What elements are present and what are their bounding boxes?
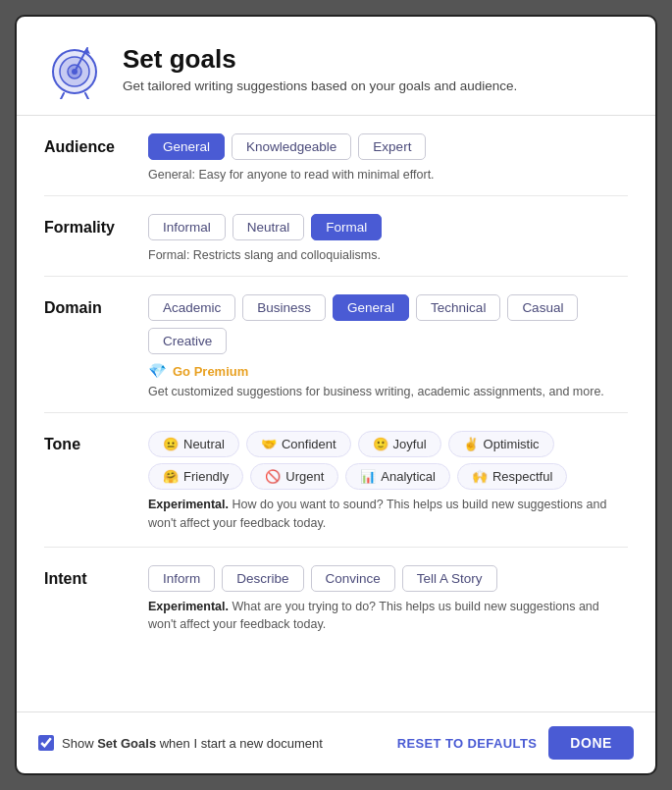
tone-btn-joyful[interactable]: 🙂 Joyful (358, 431, 441, 457)
intent-section: Intent Inform Describe Convince Tell A S… (44, 548, 628, 649)
premium-row: 💎 Go Premium (148, 362, 628, 380)
audience-description: General: Easy for anyone to read with mi… (148, 168, 628, 182)
modal-footer: Show Set Goals when I start a new docume… (17, 711, 655, 773)
friendly-emoji: 🤗 (163, 469, 179, 484)
audience-btn-general[interactable]: General (148, 133, 225, 160)
tone-experimental-text: Experimental. How do you want to sound? … (148, 496, 628, 533)
page-title: Set goals (123, 44, 517, 75)
formality-btn-formal[interactable]: Formal (311, 214, 382, 240)
formality-btn-neutral[interactable]: Neutral (233, 214, 305, 240)
tone-btn-respectful[interactable]: 🙌 Respectful (457, 463, 567, 490)
formality-btn-group: Informal Neutral Formal (148, 214, 628, 240)
formality-btn-informal[interactable]: Informal (148, 214, 226, 240)
neutral-emoji: 😐 (163, 437, 179, 451)
svg-line-10 (85, 93, 88, 99)
domain-btn-general[interactable]: General (333, 294, 409, 321)
tone-btn-analytical[interactable]: 📊 Analytical (345, 463, 450, 490)
urgent-emoji: 🚫 (265, 469, 281, 484)
formality-content: Informal Neutral Formal Formal: Restrict… (148, 214, 628, 262)
footer-right: RESET TO DEFAULTS DONE (397, 726, 634, 760)
tone-btn-friendly[interactable]: 🤗 Friendly (148, 463, 243, 490)
tone-btn-urgent[interactable]: 🚫 Urgent (250, 463, 338, 490)
done-button[interactable]: DONE (548, 726, 634, 760)
domain-btn-technical[interactable]: Technical (416, 294, 500, 321)
domain-section: Domain Academic Business General Technic… (44, 277, 628, 413)
tone-btn-neutral[interactable]: 😐 Neutral (148, 431, 239, 457)
formality-label: Formality (44, 214, 132, 237)
gem-icon: 💎 (148, 362, 167, 380)
audience-section: Audience General Knowledgeable Expert Ge… (44, 116, 628, 196)
tone-content: 😐 Neutral 🤝 Confident 🙂 Joyful ✌️ Optimi… (148, 431, 628, 533)
header-text: Set goals Get tailored writing suggestio… (123, 44, 517, 93)
intent-btn-describe[interactable]: Describe (222, 565, 303, 592)
set-goals-modal: Set goals Get tailored writing suggestio… (15, 15, 657, 775)
domain-btn-creative[interactable]: Creative (148, 328, 227, 354)
audience-btn-knowledgeable[interactable]: Knowledgeable (232, 133, 351, 160)
domain-btn-casual[interactable]: Casual (507, 294, 578, 321)
premium-label[interactable]: Go Premium (173, 364, 248, 379)
optimistic-emoji: ✌️ (463, 437, 479, 451)
tone-label: Tone (44, 431, 132, 453)
domain-btn-business[interactable]: Business (242, 294, 326, 321)
footer-left: Show Set Goals when I start a new docume… (38, 735, 323, 751)
show-set-goals-checkbox[interactable] (38, 735, 54, 751)
respectful-emoji: 🙌 (472, 469, 488, 484)
domain-premium-desc: Get customized suggestions for business … (148, 385, 628, 398)
formality-description: Formal: Restricts slang and colloquialis… (148, 248, 628, 262)
tone-btn-group-row1: 😐 Neutral 🤝 Confident 🙂 Joyful ✌️ Optimi… (148, 431, 628, 457)
intent-content: Inform Describe Convince Tell A Story Ex… (148, 565, 628, 635)
goals-icon (44, 38, 105, 99)
intent-btn-inform[interactable]: Inform (148, 565, 215, 592)
analytical-emoji: 📊 (360, 469, 376, 484)
formality-section: Formality Informal Neutral Formal Formal… (44, 196, 628, 277)
intent-experimental-text: Experimental. What are you trying to do?… (148, 598, 628, 635)
tone-btn-confident[interactable]: 🤝 Confident (246, 431, 351, 457)
audience-content: General Knowledgeable Expert General: Ea… (148, 133, 628, 182)
page-subtitle: Get tailored writing suggestions based o… (123, 79, 517, 93)
tone-btn-group-row2: 🤗 Friendly 🚫 Urgent 📊 Analytical 🙌 Respe… (148, 463, 628, 490)
reset-defaults-button[interactable]: RESET TO DEFAULTS (397, 736, 538, 751)
domain-content: Academic Business General Technical Casu… (148, 294, 628, 398)
audience-label: Audience (44, 133, 132, 156)
domain-label: Domain (44, 294, 132, 317)
audience-btn-expert[interactable]: Expert (358, 133, 426, 160)
audience-btn-group: General Knowledgeable Expert (148, 133, 628, 160)
intent-btn-group: Inform Describe Convince Tell A Story (148, 565, 628, 592)
domain-btn-group: Academic Business General Technical Casu… (148, 294, 628, 354)
intent-label: Intent (44, 565, 132, 588)
intent-btn-tell-a-story[interactable]: Tell A Story (402, 565, 497, 592)
svg-line-9 (61, 93, 64, 99)
tone-btn-optimistic[interactable]: ✌️ Optimistic (448, 431, 554, 457)
domain-btn-academic[interactable]: Academic (148, 294, 235, 321)
modal-header: Set goals Get tailored writing suggestio… (17, 17, 655, 116)
modal-body: Audience General Knowledgeable Expert Ge… (17, 116, 655, 711)
checkbox-label: Show Set Goals when I start a new docume… (62, 736, 323, 751)
tone-section: Tone 😐 Neutral 🤝 Confident 🙂 Joyful ✌️ O… (44, 413, 628, 548)
confident-emoji: 🤝 (261, 437, 277, 451)
intent-btn-convince[interactable]: Convince (311, 565, 395, 592)
joyful-emoji: 🙂 (373, 437, 388, 451)
